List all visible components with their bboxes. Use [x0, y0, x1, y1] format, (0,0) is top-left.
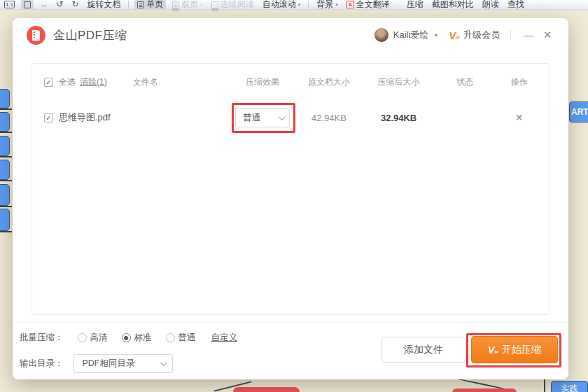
header-name-cell: ✓ 全选 清除(1) 文件名 [32, 76, 224, 88]
original-size-value: 42.94KB [301, 113, 357, 123]
rotate-right-icon: ↻ [71, 0, 78, 9]
header-separator [510, 30, 511, 40]
fit-page-button[interactable] [21, 0, 34, 10]
mindmap-node [0, 112, 10, 132]
row-checkbox[interactable]: ✓ [44, 113, 53, 122]
user-avatar[interactable] [374, 28, 388, 42]
caret-down-icon: ▾ [200, 0, 203, 9]
fit-width-icon: ↔ [40, 0, 48, 9]
select-all-label[interactable]: 全选 [59, 76, 76, 88]
clear-selection-link[interactable]: 清除(1) [80, 76, 107, 88]
mindmap-node [0, 160, 10, 180]
radio-icon[interactable] [166, 333, 175, 342]
dialog-footer: 批量压缩： 高清 标准 普通 自定义 输出目录： PDF相同目录 [13, 322, 568, 379]
close-button[interactable]: ✕ [540, 28, 554, 42]
radio-option-normal[interactable]: 普通 [166, 332, 196, 344]
continuous-read-icon [211, 1, 218, 8]
minimize-button[interactable]: — [522, 28, 536, 42]
select-all-checkbox[interactable]: ✓ [44, 78, 53, 87]
single-page-button[interactable]: 单页 [134, 0, 166, 10]
fit-width-button[interactable]: ↔ [40, 0, 48, 10]
actual-size-icon: 1:1 [4, 1, 15, 8]
radio-option-hd[interactable]: 高清 [78, 332, 108, 344]
pdf-compress-dialog: 金山PDF压缩 Kaili爱绘 ▼ VIP 升级会员 — ✕ ✓ 全选 清除(1… [13, 18, 568, 379]
background-button[interactable]: 背景▾ [316, 0, 338, 10]
mindmap-connector-line [544, 379, 545, 392]
file-table: ✓ 全选 清除(1) 文件名 压缩效果 原文档大小 压缩后大小 状态 操作 ✓ … [31, 63, 550, 315]
screenshot-compare-button[interactable]: 截图和对比 [432, 0, 474, 10]
table-header-row: ✓ 全选 清除(1) 文件名 压缩效果 原文档大小 压缩后大小 状态 操作 [32, 64, 549, 100]
single-page-icon [137, 1, 144, 8]
mindmap-node-art: ART [569, 102, 588, 122]
header-right: Kaili爱绘 ▼ VIP 升级会员 — ✕ [374, 28, 554, 42]
upgrade-member-link[interactable]: 升级会员 [463, 29, 500, 41]
mindmap-node [0, 209, 10, 231]
column-original-size: 原文档大小 [301, 76, 357, 88]
double-page-button: 双页▾ [172, 0, 203, 10]
add-file-button[interactable]: 添加文件 [382, 337, 465, 363]
mindmap-node-practice: 实践 [551, 381, 588, 392]
radio-option-standard[interactable]: 标准 [122, 332, 152, 344]
full-text-translate-button[interactable]: A全文翻译 [346, 0, 390, 10]
effect-dropdown[interactable]: 普通 [235, 108, 290, 127]
continuous-read-button: 连续阅读 [211, 0, 254, 10]
vip-icon: VIP [488, 345, 498, 355]
file-name-cell: ✓ 思维导图.pdf [32, 111, 224, 124]
toolbar-separator [128, 1, 129, 8]
output-directory-label: 输出目录： [20, 358, 64, 370]
toolbar-separator [308, 1, 309, 8]
compressed-size-value: 32.94KB [357, 113, 441, 123]
dialog-header: 金山PDF压缩 Kaili爱绘 ▼ VIP 升级会员 — ✕ [13, 18, 568, 52]
effect-dropdown-value: 普通 [243, 112, 260, 124]
caret-down-icon: ▾ [335, 0, 338, 9]
radio-selected-icon[interactable] [122, 333, 131, 342]
chevron-down-icon [279, 113, 286, 120]
remove-file-button[interactable]: ✕ [515, 112, 524, 123]
radio-icon[interactable] [78, 333, 87, 342]
rotate-left-icon: ↺ [56, 0, 63, 9]
output-directory-row: 输出目录： PDF相同目录 [20, 354, 173, 373]
user-menu-caret-icon[interactable]: ▼ [433, 33, 438, 38]
output-directory-dropdown[interactable]: PDF相同目录 [74, 354, 173, 373]
file-name: 思维导图.pdf [59, 111, 111, 124]
mindmap-node-red [452, 388, 517, 392]
app-logo-icon [27, 26, 46, 45]
custom-settings-link[interactable]: 自定义 [211, 332, 238, 344]
vip-icon: VIP [449, 30, 460, 41]
mindmap-node [0, 89, 10, 108]
translate-icon: A [346, 1, 354, 8]
zoom-actual-size-button[interactable]: 1:1 [4, 0, 15, 10]
column-effect: 压缩效果 [224, 76, 301, 88]
dialog-title: 金山PDF压缩 [53, 27, 127, 43]
table-row: ✓ 思维导图.pdf 普通 42.94KB 32.94KB ✕ [32, 100, 549, 135]
mindmap-node [0, 136, 10, 156]
screen: 1:1 ↔ ↺ ↻ 旋转文档 单页 双页▾ 连续阅读 自动滚动▾ 背景▾ A全文… [0, 0, 588, 392]
chevron-down-icon [160, 359, 167, 366]
double-page-icon [172, 1, 179, 8]
mindmap-node-red [233, 387, 300, 392]
rotate-left-button[interactable]: ↺ [56, 0, 63, 10]
batch-compress-label: 批量压缩： [20, 332, 64, 344]
rotate-document-button[interactable]: 旋转文档 [87, 0, 120, 10]
caret-down-icon: ▾ [298, 0, 301, 9]
start-compress-button[interactable]: VIP 开始压缩 [471, 336, 558, 363]
pdf-reader-toolbar: 1:1 ↔ ↺ ↻ 旋转文档 单页 双页▾ 连续阅读 自动滚动▾ 背景▾ A全文… [0, 0, 588, 10]
batch-compress-row: 批量压缩： 高清 标准 普通 自定义 [20, 332, 237, 344]
column-filename: 文件名 [133, 76, 158, 88]
fit-page-icon [24, 1, 31, 8]
effect-cell: 普通 [224, 108, 301, 127]
find-button[interactable]: 查找 [507, 0, 524, 10]
read-aloud-button[interactable]: 朗读 [482, 0, 499, 10]
compress-button[interactable]: 压缩 [407, 0, 424, 10]
column-action: 操作 [489, 76, 549, 88]
user-name[interactable]: Kaili爱绘 [393, 29, 429, 41]
column-status: 状态 [440, 76, 489, 88]
column-compressed-size: 压缩后大小 [357, 76, 441, 88]
auto-scroll-button[interactable]: 自动滚动▾ [262, 0, 301, 10]
rotate-right-button[interactable]: ↻ [71, 0, 78, 10]
mindmap-node [0, 184, 10, 206]
output-directory-value: PDF相同目录 [83, 358, 135, 370]
